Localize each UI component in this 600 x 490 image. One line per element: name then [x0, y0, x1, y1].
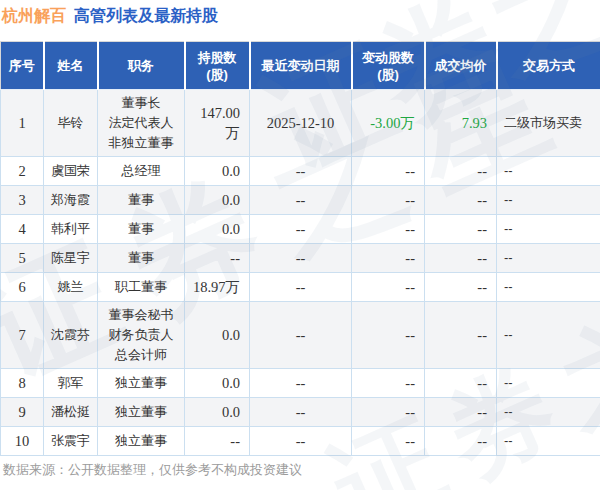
cell-no: 3 [1, 186, 44, 215]
cell-no: 2 [1, 157, 44, 186]
cell-change: -- [352, 273, 425, 302]
cell-position: 独立董事 [98, 398, 185, 427]
cell-change: -- [352, 244, 425, 273]
cell-shares: -- [185, 244, 250, 273]
cell-change: -- [352, 157, 425, 186]
table-row: 10张震宇独立董事---------- [1, 427, 600, 456]
stock-name: 杭州解百 [2, 7, 66, 24]
page-title: 杭州解百高管列表及最新持股 [2, 6, 218, 27]
cell-name: 毕铃 [44, 90, 98, 157]
cell-shares: 0.0 [185, 215, 250, 244]
cell-no: 5 [1, 244, 44, 273]
cell-method: -- [497, 302, 600, 369]
cell-name: 郭军 [44, 369, 98, 398]
cell-position: 职工董事 [98, 273, 185, 302]
column-header: 姓名 [44, 42, 98, 90]
cell-name: 潘松挺 [44, 398, 98, 427]
cell-position: 独立董事 [98, 427, 185, 456]
column-header: 序号 [1, 42, 44, 90]
data-source-note: 数据来源：公开数据整理，仅供参考不构成投资建议 [3, 461, 302, 479]
cell-name: 郑海霞 [44, 186, 98, 215]
cell-price: -- [425, 398, 497, 427]
cell-date: -- [250, 273, 352, 302]
cell-position: 董事 [98, 244, 185, 273]
cell-method: -- [497, 398, 600, 427]
cell-name: 张震宇 [44, 427, 98, 456]
table-body: 1毕铃董事长 法定代表人 非独立董事147.00万2025-12-10-3.00… [1, 90, 600, 456]
table-row: 3郑海霞董事0.0-------- [1, 186, 600, 215]
cell-method: -- [497, 244, 600, 273]
cell-name: 沈霞芬 [44, 302, 98, 369]
cell-method: -- [497, 186, 600, 215]
table-row: 2虞国荣总经理0.0-------- [1, 157, 600, 186]
cell-shares: 0.0 [185, 369, 250, 398]
header-row: 序号姓名职务持股数 (股)最近变动日期变动股数 (股)成交均价交易方式 [1, 42, 600, 90]
cell-shares: 147.00万 [185, 90, 250, 157]
cell-no: 4 [1, 215, 44, 244]
cell-price: -- [425, 157, 497, 186]
cell-method: -- [497, 369, 600, 398]
cell-method: -- [497, 427, 600, 456]
page: 证券之星 证券之星 证券之星 杭州解百高管列表及最新持股 序号姓名职务持股数 (… [0, 0, 600, 490]
cell-date: -- [250, 244, 352, 273]
cell-name: 虞国荣 [44, 157, 98, 186]
column-header: 成交均价 [425, 42, 497, 90]
cell-change: -- [352, 398, 425, 427]
cell-no: 1 [1, 90, 44, 157]
column-header: 持股数 (股) [185, 42, 250, 90]
cell-method: 二级市场买卖 [497, 90, 600, 157]
cell-no: 9 [1, 398, 44, 427]
cell-name: 陈星宇 [44, 244, 98, 273]
cell-position: 董事 [98, 215, 185, 244]
cell-date: -- [250, 369, 352, 398]
table-row: 4韩利平董事0.0-------- [1, 215, 600, 244]
cell-change: -- [352, 369, 425, 398]
cell-method: -- [497, 215, 600, 244]
cell-position: 独立董事 [98, 369, 185, 398]
cell-change: -- [352, 302, 425, 369]
column-header: 变动股数 (股) [352, 42, 425, 90]
cell-change: -- [352, 215, 425, 244]
cell-price: -- [425, 186, 497, 215]
cell-date: -- [250, 186, 352, 215]
cell-change: -3.00万 [352, 90, 425, 157]
cell-shares: 0.0 [185, 302, 250, 369]
cell-shares: 0.0 [185, 157, 250, 186]
cell-date: -- [250, 157, 352, 186]
column-header: 最近变动日期 [250, 42, 352, 90]
table-row: 8郭军独立董事0.0-------- [1, 369, 600, 398]
cell-method: -- [497, 157, 600, 186]
cell-no: 10 [1, 427, 44, 456]
cell-shares: 18.97万 [185, 273, 250, 302]
cell-position: 董事长 法定代表人 非独立董事 [98, 90, 185, 157]
cell-price: -- [425, 302, 497, 369]
column-header: 职务 [98, 42, 185, 90]
table-row: 9潘松挺独立董事0.0-------- [1, 398, 600, 427]
cell-price: -- [425, 427, 497, 456]
cell-date: -- [250, 302, 352, 369]
table-row: 5陈星宇董事---------- [1, 244, 600, 273]
cell-shares: -- [185, 427, 250, 456]
cell-no: 8 [1, 369, 44, 398]
executive-holdings-table: 序号姓名职务持股数 (股)最近变动日期变动股数 (股)成交均价交易方式 1毕铃董… [0, 41, 600, 456]
cell-change: -- [352, 427, 425, 456]
cell-price: 7.93 [425, 90, 497, 157]
cell-date: 2025-12-10 [250, 90, 352, 157]
cell-name: 姚兰 [44, 273, 98, 302]
table-header: 序号姓名职务持股数 (股)最近变动日期变动股数 (股)成交均价交易方式 [1, 42, 600, 90]
table-row: 6姚兰职工董事18.97万-------- [1, 273, 600, 302]
title-text: 高管列表及最新持股 [74, 7, 218, 24]
column-header: 交易方式 [497, 42, 600, 90]
cell-name: 韩利平 [44, 215, 98, 244]
cell-change: -- [352, 186, 425, 215]
cell-price: -- [425, 244, 497, 273]
cell-no: 6 [1, 273, 44, 302]
cell-position: 董事 [98, 186, 185, 215]
cell-position: 董事会秘书 财务负责人 总会计师 [98, 302, 185, 369]
cell-price: -- [425, 273, 497, 302]
cell-shares: 0.0 [185, 398, 250, 427]
table-row: 1毕铃董事长 法定代表人 非独立董事147.00万2025-12-10-3.00… [1, 90, 600, 157]
cell-price: -- [425, 369, 497, 398]
cell-date: -- [250, 427, 352, 456]
table-row: 7沈霞芬董事会秘书 财务负责人 总会计师0.0-------- [1, 302, 600, 369]
